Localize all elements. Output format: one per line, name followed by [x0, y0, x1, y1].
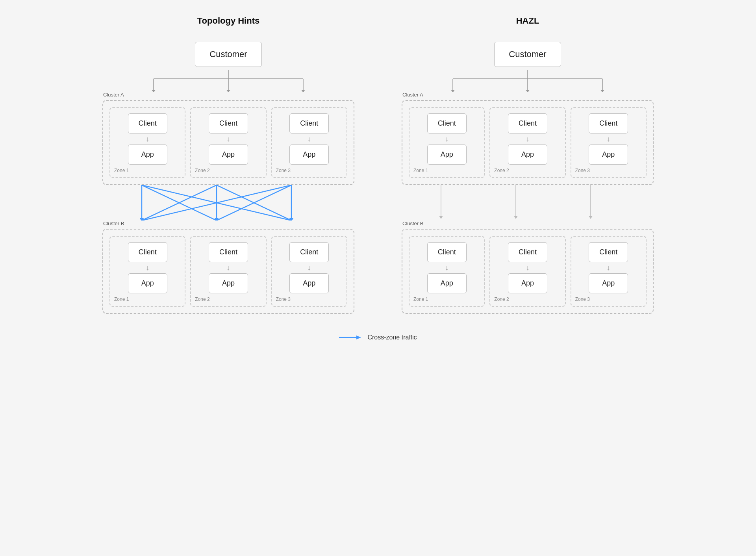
right-a-z1-app: App — [427, 145, 467, 165]
right-cluster-b-label: Cluster B — [402, 221, 654, 226]
left-cross-zone-svg — [102, 185, 331, 221]
right-b-z2-arrow1: ↓ — [526, 262, 529, 273]
right-straight-arrows — [402, 185, 654, 221]
right-a-z2-label: Zone 2 — [493, 168, 509, 173]
left-diagram: Topology Hints Customer — [102, 16, 354, 314]
right-cluster-a: Cluster A Client ↓ App Zone 1 Client — [402, 92, 654, 185]
left-cluster-a-zones: Client ↓ App Zone 1 Client ↓ App Zone 2 — [107, 107, 350, 178]
left-b-z2-arrow1: ↓ — [226, 262, 230, 273]
left-b-z2-client: Client — [209, 242, 248, 262]
left-customer-box: Customer — [195, 42, 261, 67]
left-cluster-b: Cluster B Client ↓ App Zone 1 — [102, 221, 354, 314]
right-a-z3-client: Client — [589, 113, 628, 133]
right-straight-svg — [402, 185, 630, 221]
left-b-z1-arrow1: ↓ — [146, 262, 149, 273]
left-b-z3-client: Client — [289, 242, 329, 262]
right-a-z1-arrow1: ↓ — [445, 133, 448, 145]
left-b-z3-arrow1: ↓ — [308, 262, 311, 273]
right-cluster-a-outer: Client ↓ App Zone 1 Client ↓ App Zone 2 — [402, 100, 654, 185]
left-cluster-b-outer: Client ↓ App Zone 1 Client ↓ App Zone 2 — [102, 229, 354, 314]
right-b-z1-arrow1: ↓ — [445, 262, 448, 273]
left-a-zone3: Client ↓ App Zone 3 — [271, 107, 347, 178]
left-a-z2-label: Zone 2 — [194, 168, 209, 173]
diagrams-row: Topology Hints Customer — [0, 16, 756, 314]
right-a-zone2: Client ↓ App Zone 2 — [489, 107, 565, 178]
right-customer-section: Customer Cluster A — [402, 42, 654, 314]
left-b-z1-app: App — [128, 273, 167, 293]
left-a-z1-arrow1: ↓ — [146, 133, 149, 145]
left-b-zone3: Client ↓ App Zone 3 — [271, 236, 347, 307]
right-b-z3-app: App — [589, 273, 628, 293]
right-a-z3-app: App — [589, 145, 628, 165]
right-customer-fork-svg — [413, 70, 642, 92]
right-b-zone2: Client ↓ App Zone 2 — [489, 236, 565, 307]
left-a-z2-app: App — [209, 145, 248, 165]
left-customer-section: Customer — [102, 42, 354, 314]
right-a-z1-client: Client — [427, 113, 467, 133]
left-cluster-b-zones: Client ↓ App Zone 1 Client ↓ App Zone 2 — [107, 236, 350, 307]
right-a-z2-arrow1: ↓ — [526, 133, 529, 145]
left-b-z3-label: Zone 3 — [275, 297, 291, 302]
right-b-z3-label: Zone 3 — [574, 297, 590, 302]
left-b-z2-label: Zone 2 — [194, 297, 209, 302]
left-a-z1-client: Client — [128, 113, 167, 133]
right-b-z3-arrow1: ↓ — [607, 262, 610, 273]
right-a-z3-arrow1: ↓ — [607, 133, 610, 145]
left-cluster-a-outer: Client ↓ App Zone 1 Client ↓ App Zone 2 — [102, 100, 354, 185]
left-a-zone2: Client ↓ App Zone 2 — [190, 107, 266, 178]
left-a-z3-client: Client — [289, 113, 329, 133]
right-a-z3-label: Zone 3 — [574, 168, 590, 173]
right-cluster-a-label: Cluster A — [402, 92, 654, 98]
right-b-z1-app: App — [427, 273, 467, 293]
right-b-zone3: Client ↓ App Zone 3 — [571, 236, 647, 307]
svg-marker-41 — [356, 335, 361, 339]
right-b-z2-client: Client — [508, 242, 547, 262]
right-title: HAZL — [516, 16, 539, 26]
left-b-z3-app: App — [289, 273, 329, 293]
right-cluster-b: Cluster B Client ↓ App Zone 1 Client — [402, 221, 654, 314]
left-b-zone1: Client ↓ App Zone 1 — [109, 236, 185, 307]
left-a-z1-app: App — [128, 145, 167, 165]
right-a-z2-client: Client — [508, 113, 547, 133]
left-a-zone1: Client ↓ App Zone 1 — [109, 107, 185, 178]
right-a-z1-label: Zone 1 — [413, 168, 428, 173]
right-cluster-b-zones: Client ↓ App Zone 1 Client ↓ App Zone 2 — [406, 236, 649, 307]
left-cross-zone-container — [102, 185, 354, 221]
right-b-z2-app: App — [508, 273, 547, 293]
legend-arrow-icon — [339, 334, 363, 341]
left-b-z2-app: App — [209, 273, 248, 293]
left-title: Topology Hints — [197, 16, 259, 26]
right-b-z1-label: Zone 1 — [413, 297, 428, 302]
right-diagram: HAZL Customer Cluster A — [402, 16, 654, 314]
legend: Cross-zone traffic — [339, 334, 417, 341]
right-a-zone3: Client ↓ App Zone 3 — [571, 107, 647, 178]
left-b-z1-label: Zone 1 — [113, 297, 129, 302]
left-cluster-a: Cluster A Client ↓ App Zone 1 — [102, 92, 354, 185]
left-a-z1-label: Zone 1 — [113, 168, 129, 173]
right-b-zone1: Client ↓ App Zone 1 — [409, 236, 485, 307]
left-b-z1-client: Client — [128, 242, 167, 262]
right-a-z2-app: App — [508, 145, 547, 165]
right-cluster-a-zones: Client ↓ App Zone 1 Client ↓ App Zone 2 — [406, 107, 649, 178]
right-b-z1-client: Client — [427, 242, 467, 262]
left-a-z3-label: Zone 3 — [275, 168, 291, 173]
left-a-z2-client: Client — [209, 113, 248, 133]
left-customer-fork-svg — [114, 70, 343, 92]
left-cluster-a-label: Cluster A — [102, 92, 354, 98]
left-cluster-b-label: Cluster B — [102, 221, 354, 226]
right-a-zone1: Client ↓ App Zone 1 — [409, 107, 485, 178]
left-a-z2-arrow1: ↓ — [226, 133, 230, 145]
left-a-z3-app: App — [289, 145, 329, 165]
page-container: Topology Hints Customer — [0, 16, 756, 341]
right-cluster-b-outer: Client ↓ App Zone 1 Client ↓ App Zone 2 — [402, 229, 654, 314]
left-b-zone2: Client ↓ App Zone 2 — [190, 236, 266, 307]
right-b-z3-client: Client — [589, 242, 628, 262]
right-customer-box: Customer — [494, 42, 561, 67]
svg-marker-37 — [514, 216, 518, 219]
right-b-z2-label: Zone 2 — [493, 297, 509, 302]
legend-label: Cross-zone traffic — [367, 334, 417, 341]
left-a-z3-arrow1: ↓ — [308, 133, 311, 145]
svg-marker-35 — [439, 216, 443, 219]
svg-marker-39 — [589, 216, 593, 219]
